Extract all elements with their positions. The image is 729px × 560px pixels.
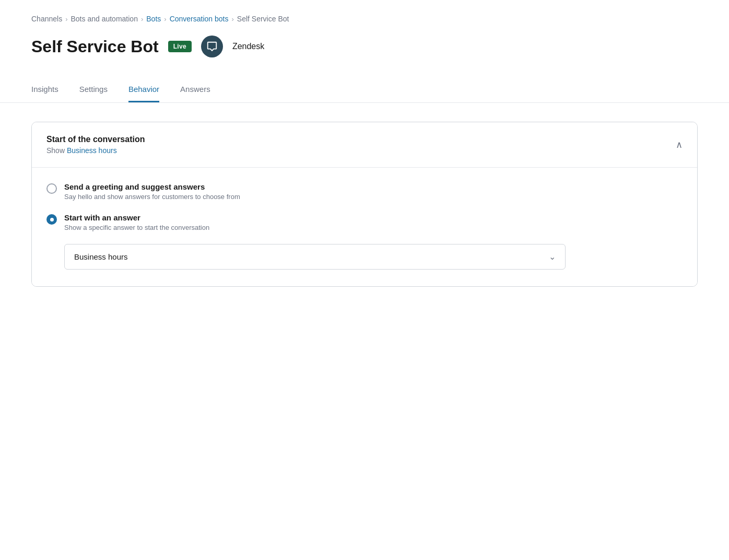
business-hours-link[interactable]: Business hours	[67, 146, 117, 155]
radio-greeting-desc: Say hello and show answers for customers…	[64, 193, 240, 201]
bot-avatar	[201, 36, 223, 57]
breadcrumb-channels: Channels	[31, 15, 62, 23]
breadcrumb-conversation-bots-link[interactable]: Conversation bots	[170, 15, 229, 23]
radio-answer-label: Start with an answer	[64, 213, 209, 222]
breadcrumb-sep-2: ›	[141, 15, 143, 23]
radio-answer-circle[interactable]	[46, 214, 57, 225]
tab-insights[interactable]: Insights	[31, 85, 58, 102]
card-title: Start of the conversation	[46, 135, 145, 144]
page-title: Self Service Bot	[31, 37, 159, 56]
main-content: Start of the conversation Show Business …	[0, 103, 729, 306]
card-header-text: Start of the conversation Show Business …	[46, 135, 145, 155]
bot-name-label: Zendesk	[232, 42, 264, 51]
radio-greeting-label: Send a greeting and suggest answers	[64, 182, 240, 191]
breadcrumb-bots-automation: Bots and automation	[71, 15, 138, 23]
live-badge: Live	[168, 41, 192, 52]
breadcrumb-self-service-bot: Self Service Bot	[237, 15, 289, 23]
card-subtitle: Show Business hours	[46, 146, 145, 155]
radio-greeting-option[interactable]: Send a greeting and suggest answers Say …	[46, 182, 683, 201]
card-body: Send a greeting and suggest answers Say …	[32, 167, 697, 286]
radio-greeting-circle[interactable]	[46, 183, 57, 194]
breadcrumb: Channels › Bots and automation › Bots › …	[0, 0, 729, 31]
breadcrumb-sep-1: ›	[65, 15, 67, 23]
answer-dropdown[interactable]: Business hours ⌄	[64, 244, 566, 270]
radio-answer-text: Start with an answer Show a specific ans…	[64, 213, 209, 231]
page-header: Self Service Bot Live Zendesk	[0, 31, 729, 70]
tabs-bar: Insights Settings Behavior Answers	[0, 70, 729, 103]
breadcrumb-sep-3: ›	[164, 15, 166, 23]
tab-answers[interactable]: Answers	[180, 85, 210, 102]
card-header: Start of the conversation Show Business …	[32, 122, 697, 167]
conversation-card: Start of the conversation Show Business …	[31, 122, 698, 287]
collapse-chevron-icon[interactable]: ∧	[676, 139, 683, 150]
radio-answer-desc: Show a specific answer to start the conv…	[64, 224, 209, 231]
breadcrumb-sep-4: ›	[231, 15, 233, 23]
tab-settings[interactable]: Settings	[79, 85, 108, 102]
breadcrumb-bots-link[interactable]: Bots	[146, 15, 161, 23]
radio-greeting-text: Send a greeting and suggest answers Say …	[64, 182, 240, 201]
card-subtitle-prefix: Show	[46, 146, 65, 155]
tab-behavior[interactable]: Behavior	[128, 85, 159, 102]
dropdown-value-label: Business hours	[74, 252, 128, 261]
radio-answer-option[interactable]: Start with an answer Show a specific ans…	[46, 213, 683, 231]
dropdown-chevron-icon: ⌄	[549, 252, 556, 262]
